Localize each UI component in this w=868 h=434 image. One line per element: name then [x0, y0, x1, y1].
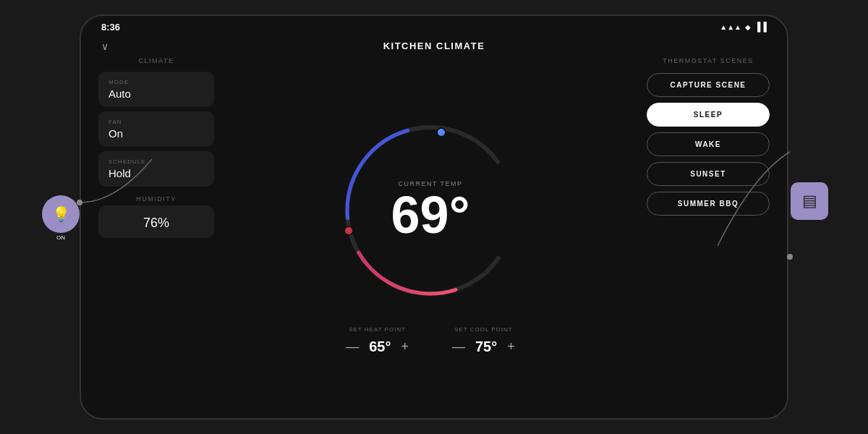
status-icons: ▲▲▲ ◆ ▐▐	[720, 22, 767, 32]
heat-point: SET HEAT POINT — 65° +	[346, 326, 409, 355]
scene-capture-button[interactable]: CAPTURE SCENE	[647, 73, 770, 97]
cool-point-minus[interactable]: —	[452, 340, 465, 353]
mode-value: Auto	[109, 88, 204, 100]
heat-point-label: SET HEAT POINT	[349, 326, 406, 333]
page-title: KITCHEN CLIMATE	[383, 41, 485, 51]
set-points: SET HEAT POINT — 65° + SET COOL POINT — …	[346, 326, 515, 355]
nav-bar: ∨ KITCHEN CLIMATE	[81, 38, 787, 57]
cool-point-plus[interactable]: +	[507, 340, 515, 353]
heat-point-plus[interactable]: +	[401, 340, 409, 353]
heat-point-minus[interactable]: —	[346, 340, 359, 353]
climate-section-label: CLIMATE	[98, 57, 214, 64]
light-icon: 💡	[52, 205, 70, 223]
scenes-section-label: THERMOSTAT SCENES	[647, 57, 770, 64]
svg-point-6	[344, 226, 353, 235]
nav-chevron[interactable]: ∨	[101, 41, 109, 52]
cool-point-controls: — 75° +	[452, 339, 515, 355]
light-bubble[interactable]: 💡	[42, 195, 80, 233]
mode-label: MODE	[109, 79, 204, 85]
tablet-frame: 8:36 ▲▲▲ ◆ ▐▐ ∨ KITCHEN CLIMATE CLIMATE …	[80, 14, 788, 420]
light-status-label: ON	[56, 234, 65, 241]
svg-point-5	[437, 128, 446, 137]
temp-display: CURRENT TEMP 69°	[391, 180, 470, 241]
mode-card[interactable]: MODE Auto	[98, 72, 214, 107]
cool-point: SET COOL POINT — 75° +	[452, 326, 515, 355]
svg-point-1	[787, 254, 793, 260]
status-time: 8:36	[101, 22, 120, 33]
cool-point-label: SET COOL POINT	[454, 326, 513, 333]
center-panel: CURRENT TEMP 69° SET HEAT POINT — 65° +	[229, 57, 632, 407]
cool-point-value: 75°	[475, 339, 497, 355]
fan-value: On	[109, 127, 204, 140]
fan-card[interactable]: FAN On	[98, 111, 214, 147]
current-temp-value: 69°	[391, 189, 470, 241]
heat-point-controls: — 65° +	[346, 339, 409, 355]
radiator-bubble[interactable]: ▤	[791, 182, 828, 220]
status-bar: 8:36 ▲▲▲ ◆ ▐▐	[81, 16, 787, 38]
fan-label: FAN	[109, 119, 204, 125]
thermostat-ring[interactable]: CURRENT TEMP 69°	[329, 109, 532, 312]
main-content: CLIMATE MODE Auto FAN On SCHEDULE Hold H…	[81, 57, 787, 418]
heat-point-value: 65°	[369, 339, 391, 355]
radiator-icon: ▤	[802, 192, 817, 210]
